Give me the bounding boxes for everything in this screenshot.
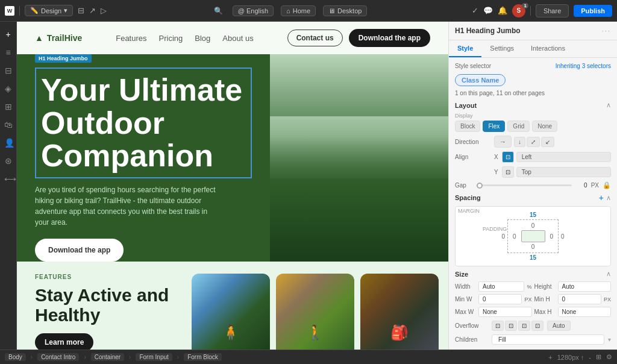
spacing-add-button[interactable]: + [599, 193, 604, 202]
publish-button[interactable]: Publish [574, 5, 612, 17]
nav-download-button[interactable]: Download the app [349, 29, 430, 47]
children-dropdown-icon[interactable]: ▾ [608, 336, 611, 343]
padding-label: PADDING [483, 226, 507, 232]
display-grid[interactable]: Grid [507, 121, 530, 132]
hero-title-wrapper[interactable]: Your Ultimate Outdoor Companion [35, 67, 252, 178]
play-icon[interactable]: ▷ [101, 6, 107, 15]
minw-item: Min W 0 PX [455, 294, 532, 304]
width-value[interactable]: Auto [478, 281, 524, 292]
sidebar-cms-icon[interactable]: ⊞ [1, 99, 16, 115]
nav-about[interactable]: About us [222, 34, 253, 43]
contact-button[interactable]: Contact us [287, 30, 343, 46]
spacing-bottom-value[interactable]: 15 [530, 254, 536, 261]
dir-opt-3[interactable]: ↙ [541, 137, 554, 147]
maxh-value[interactable]: None [558, 307, 612, 317]
english-selector[interactable]: @ English [233, 5, 274, 16]
align-label: Align [455, 154, 494, 160]
dir-opt-2[interactable]: ⤢ [527, 137, 540, 147]
sidebar-layers-icon[interactable]: ≡ [1, 45, 16, 60]
share-button[interactable]: Share [536, 4, 569, 17]
layout-collapse-icon[interactable]: ∧ [606, 101, 611, 109]
webflow-logo[interactable]: W [5, 6, 14, 16]
class-name-badge[interactable]: Class Name [455, 74, 506, 86]
overflow-opt-4[interactable]: ⊡ [531, 321, 543, 331]
home-button[interactable]: ⌂ Home [281, 5, 316, 16]
desktop-button[interactable]: 🖥 Desktop [323, 5, 367, 16]
sidebar-users-icon[interactable]: 👤 [1, 135, 16, 151]
gap-slider[interactable] [477, 184, 572, 186]
children-value[interactable]: Fill [492, 334, 604, 345]
spacing-section-header: Spacing + ∧ [455, 193, 611, 202]
hero-cta-button[interactable]: Download the app [35, 239, 124, 262]
display-block[interactable]: Block [455, 121, 480, 132]
sidebar-logic-icon[interactable]: ⟷ [1, 171, 16, 187]
settings-icon[interactable]: ⚙ [606, 353, 612, 361]
spacing-center-box [521, 230, 545, 242]
page-info: 1 on this page, 11 on other pages [455, 90, 611, 96]
align-x-value[interactable]: Left [516, 152, 611, 162]
direction-arrow-button[interactable]: → [494, 136, 512, 148]
layout-section-title: Layout [455, 102, 477, 109]
class-name-row: Class Name [455, 74, 611, 86]
align-y-value[interactable]: Top [516, 167, 611, 177]
overflow-opt-1[interactable]: ⊡ [492, 321, 504, 331]
desktop-icon: 🖥 [328, 7, 335, 14]
grid-icon[interactable]: ⊞ [596, 353, 601, 361]
overflow-auto-value[interactable]: Auto [547, 321, 571, 331]
minh-label: Min H [534, 296, 556, 303]
spacing-collapse-icon[interactable]: ∧ [606, 194, 611, 202]
avatar[interactable]: S 1 [512, 4, 525, 17]
height-value[interactable]: Auto [558, 281, 612, 292]
display-options-row: Display Block Flex Grid None [455, 113, 611, 132]
nav-pricing[interactable]: Pricing [159, 34, 183, 43]
search-icon[interactable]: 🔍 [211, 4, 225, 17]
align-x-label: X [494, 154, 498, 160]
sidebar-pages-icon[interactable]: ⊟ [1, 63, 16, 78]
breadcrumb-form-block[interactable]: Form Block [184, 353, 222, 361]
minw-value[interactable]: 0 [478, 294, 522, 304]
contact-label: Contact us [296, 34, 334, 42]
overflow-opt-2[interactable]: ⊡ [505, 321, 517, 331]
spacing-pad-right: 0 [550, 233, 554, 240]
minw-unit: PX [524, 297, 531, 303]
nav-features[interactable]: Features [116, 34, 146, 43]
tab-interactions[interactable]: Interactions [522, 40, 574, 57]
overflow-opt-3[interactable]: ⊡ [518, 321, 530, 331]
feature-images: 🧍 🚶 🎒 [192, 274, 439, 350]
breadcrumb-contact-intro[interactable]: Contact Intro [37, 353, 79, 361]
align-x-left[interactable]: ⊡ [502, 151, 514, 163]
panel-options-button[interactable]: ··· [602, 27, 611, 34]
design-mode-button[interactable]: ✏️ Design ▾ [25, 5, 73, 16]
pages-icon[interactable]: ⊟ [78, 6, 84, 15]
comment-icon[interactable]: 💬 [483, 6, 493, 15]
breadcrumb-form-input[interactable]: Form Input [136, 353, 172, 361]
maxw-value[interactable]: None [478, 307, 532, 317]
display-none[interactable]: None [532, 121, 557, 132]
tab-style[interactable]: Style [449, 40, 481, 57]
zoom-out-icon[interactable]: - [589, 354, 591, 361]
breadcrumb-container[interactable]: Container [91, 353, 124, 361]
chart-icon[interactable]: ↗ [89, 6, 96, 15]
notification-icon[interactable]: 🔔 [498, 6, 507, 15]
size-section-title: Size [455, 271, 468, 278]
breadcrumb-body[interactable]: Body [5, 353, 26, 361]
learn-more-button[interactable]: Learn more [35, 333, 93, 350]
align-y-top[interactable]: ⊡ [502, 166, 514, 178]
tab-settings[interactable]: Settings [481, 40, 522, 57]
dir-opt-1[interactable]: ↓ [514, 137, 525, 147]
size-collapse-icon[interactable]: ∧ [606, 270, 611, 278]
sidebar-assets-icon[interactable]: ◈ [1, 81, 16, 96]
inheriting-label[interactable]: Inheriting 3 selectors [556, 63, 611, 69]
minh-value[interactable]: 0 [558, 294, 601, 304]
sidebar-add-icon[interactable]: + [1, 27, 16, 42]
nav-blog[interactable]: Blog [195, 34, 210, 43]
sidebar-ecomm-icon[interactable]: 🛍 [1, 117, 16, 133]
display-flex[interactable]: Flex [483, 121, 505, 132]
toolbar-left: W ✏️ Design ▾ ⊟ ↗ ▷ [5, 5, 107, 16]
zoom-in-icon[interactable]: + [548, 354, 552, 361]
feature-image-3: 🎒 [360, 274, 439, 350]
spacing-top-value[interactable]: 15 [530, 212, 536, 218]
breadcrumb-separator-4: › [177, 354, 179, 360]
sidebar-apps-icon[interactable]: ⊛ [1, 153, 16, 169]
hiker-silhouette-1: 🧍 [222, 324, 240, 341]
